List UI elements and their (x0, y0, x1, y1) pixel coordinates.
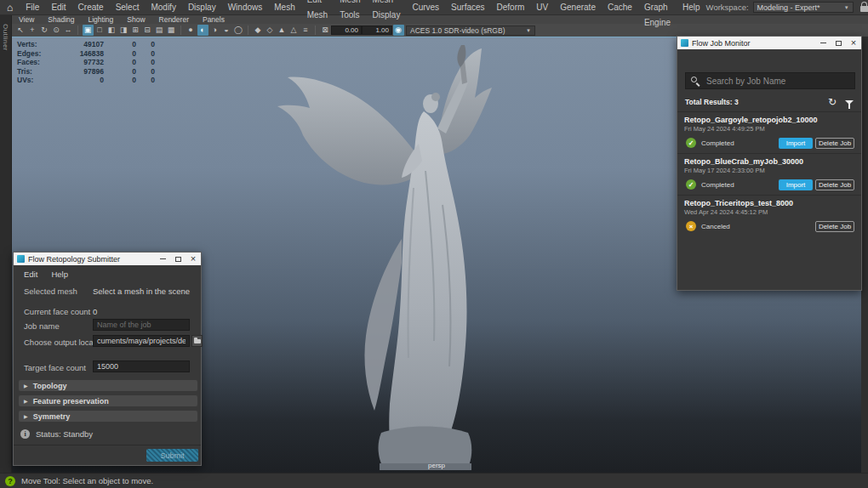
pane-layout-icon[interactable]: ⊟ (142, 25, 153, 36)
submitter-titlebar[interactable]: Flow Retopology Submitter × (14, 253, 201, 265)
pane-layout-icon[interactable]: ◨ (118, 25, 129, 36)
menu-mesh-tools[interactable]: Mesh Tools (334, 0, 366, 23)
pane-layout-icon[interactable]: □ (94, 25, 106, 36)
submitter-menu-help[interactable]: Help (51, 270, 68, 279)
menu-mesh-display[interactable]: Mesh Display (367, 0, 407, 23)
camera-icon[interactable]: ▲ (277, 25, 288, 36)
workspace-dropdown[interactable]: Modeling - Expert* ▼ (753, 2, 854, 13)
outliner-tab[interactable]: Outliner (2, 24, 9, 51)
feature-preservation-section-header[interactable]: ▶ Feature preservation (19, 395, 197, 406)
submit-button[interactable]: Submit (146, 449, 198, 462)
menu-flow-graph-engine[interactable]: Flow Graph Engine (638, 0, 677, 31)
menu-deform[interactable]: Deform (491, 0, 531, 15)
exposure-field[interactable]: 0.00 (331, 26, 362, 35)
menu-select[interactable]: Select (110, 0, 146, 15)
panel-menu-view[interactable]: View (12, 15, 41, 24)
panel-menu-panels[interactable]: Panels (196, 15, 231, 24)
menu-help[interactable]: Help (677, 0, 706, 15)
gamma-field[interactable]: 1.00 (362, 26, 392, 35)
job-name: Retopo_Gargoyle_retopojob2_10000 (684, 116, 854, 124)
colorspace-dropdown[interactable]: ACES 1.0 SDR-video (sRGB) ▼ (406, 26, 535, 36)
single-pane-layout-icon[interactable]: ▣ (83, 25, 94, 36)
hud-value: 0 (136, 67, 155, 77)
hud-value: 0 (136, 40, 155, 49)
pane-layout-icon[interactable]: ⊞ (130, 25, 141, 36)
hud-value: 49107 (51, 40, 104, 49)
wireframe-display-icon[interactable]: ◑ (209, 25, 220, 36)
menu-windows[interactable]: Windows (222, 0, 269, 15)
menu-edit[interactable]: Edit (45, 0, 71, 15)
menu-cache[interactable]: Cache (602, 0, 638, 15)
shadows-display-icon[interactable]: ◯ (233, 25, 244, 36)
refresh-icon[interactable]: ↻ (828, 97, 837, 107)
hud-row-edges: Edges: 146838 0 0 (17, 49, 155, 59)
job-search-field[interactable]: Search by Job Name (685, 72, 855, 89)
symmetry-section-header[interactable]: ▶ Symmetry (19, 411, 197, 422)
minimize-button[interactable] (155, 253, 170, 265)
output-location-input[interactable] (93, 335, 190, 347)
menu-modify[interactable]: Modify (145, 0, 181, 15)
hud-label: Tris: (17, 67, 51, 77)
menu-create[interactable]: Create (72, 0, 110, 15)
lock-icon[interactable] (859, 2, 868, 13)
scale-tool-icon[interactable]: ⊙ (51, 25, 62, 36)
rotate-tool-icon[interactable]: ↻ (39, 25, 50, 36)
results-row: Total Results: 3 ↻ (685, 96, 855, 108)
hud-label: Faces: (17, 58, 51, 67)
select-tool-icon[interactable]: ↖ (15, 25, 26, 36)
section-label: Symmetry (33, 412, 71, 421)
job-name-label: Job name (24, 321, 60, 331)
menu-mesh[interactable]: Mesh (268, 0, 300, 15)
chevron-right-icon: ▶ (24, 398, 28, 404)
menu-surfaces[interactable]: Surfaces (445, 0, 490, 15)
topology-section-header[interactable]: ▶ Topology (19, 380, 197, 391)
shaded-display-icon[interactable]: ● (186, 25, 197, 36)
minimize-button[interactable] (815, 37, 831, 49)
pane-layout-icon[interactable]: ◧ (106, 25, 117, 36)
menu-uv[interactable]: UV (530, 0, 554, 15)
job-monitor-title: Flow Job Monitor (692, 39, 815, 48)
job-monitor-titlebar[interactable]: Flow Job Monitor × (677, 37, 861, 49)
job-name-input[interactable] (93, 319, 190, 331)
gate-mask-icon[interactable]: ⊠ (320, 25, 331, 36)
grid-toggle-icon[interactable]: △ (288, 25, 300, 36)
import-button[interactable]: Import (779, 179, 813, 190)
maximize-button[interactable] (170, 253, 186, 265)
main-menubar: ⌂ File Edit Create Select Modify Display… (0, 0, 868, 15)
poly-count-hud: Verts: 49107 0 0 Edges: 146838 0 0 Faces… (17, 40, 155, 85)
menu-file[interactable]: File (20, 0, 45, 15)
isolate-select-icon[interactable]: ◆ (253, 25, 264, 36)
status-bar: ? Move Tool: Select an object to move. (0, 473, 868, 488)
textured-display-icon[interactable]: ◐ (197, 25, 208, 36)
close-button[interactable]: × (186, 253, 201, 265)
browse-folder-button[interactable] (191, 335, 203, 347)
film-gate-icon[interactable]: ≡ (300, 25, 311, 36)
panel-menu-shading[interactable]: Shading (41, 15, 81, 24)
import-button[interactable]: Import (779, 138, 813, 149)
menu-edit-mesh[interactable]: Edit Mesh (301, 0, 334, 23)
panel-menu-renderer[interactable]: Renderer (152, 15, 196, 24)
delete-job-button[interactable]: Delete Job (815, 221, 854, 232)
color-management-icon[interactable]: ◉ (393, 25, 404, 36)
pane-layout-icon[interactable]: ▦ (166, 25, 177, 36)
filter-icon[interactable] (845, 100, 854, 105)
delete-job-button[interactable]: Delete Job (815, 179, 854, 190)
home-icon[interactable]: ⌂ (0, 0, 20, 15)
pane-layout-icon[interactable]: ▤ (154, 25, 165, 36)
delete-job-button[interactable]: Delete Job (815, 138, 854, 149)
move-tool-icon[interactable]: + (27, 25, 38, 36)
menu-curves[interactable]: Curves (406, 0, 445, 15)
panel-menu-lighting[interactable]: Lighting (81, 15, 120, 24)
menu-generate[interactable]: Generate (554, 0, 602, 15)
xray-display-icon[interactable]: ◇ (265, 25, 276, 36)
close-button[interactable]: × (846, 37, 861, 49)
canceled-icon: × (686, 221, 696, 231)
lighting-display-icon[interactable]: ◒ (221, 25, 232, 36)
submitter-menu-edit[interactable]: Edit (24, 270, 37, 279)
transform-tool-icon[interactable]: ↔ (63, 25, 74, 36)
maximize-button[interactable] (831, 37, 846, 49)
panel-menu-show[interactable]: Show (120, 15, 151, 24)
target-face-count-input[interactable] (93, 360, 190, 372)
menu-display[interactable]: Display (182, 0, 222, 15)
job-status: Completed (701, 139, 734, 147)
